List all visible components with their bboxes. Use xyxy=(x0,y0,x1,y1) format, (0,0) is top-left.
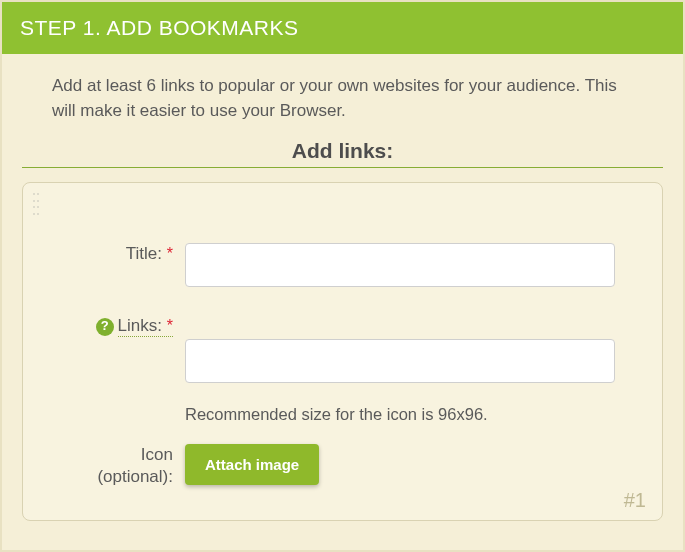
title-input[interactable] xyxy=(185,243,615,287)
links-input[interactable] xyxy=(185,339,615,383)
title-label: Title: xyxy=(126,244,162,263)
bookmark-card: Title: * ?Links: * Recommended size for … xyxy=(22,182,663,521)
step-panel: STEP 1. ADD BOOKMARKS Add at least 6 lin… xyxy=(0,0,685,552)
links-input-col: Recommended size for the icon is 96x96. xyxy=(185,315,640,424)
title-input-col xyxy=(185,243,640,287)
icon-label-line2: (optional): xyxy=(97,467,173,486)
required-marker: * xyxy=(167,317,173,334)
links-label: Links: * xyxy=(118,316,173,337)
required-marker: * xyxy=(167,245,173,262)
help-icon[interactable]: ? xyxy=(96,318,114,336)
section-title: Add links: xyxy=(2,139,683,163)
icon-label-col: Icon (optional): xyxy=(45,444,185,488)
title-label-col: Title: * xyxy=(45,243,185,265)
links-row: ?Links: * Recommended size for the icon … xyxy=(45,315,640,424)
attach-image-button[interactable]: Attach image xyxy=(185,444,319,485)
intro-text: Add at least 6 links to popular or your … xyxy=(2,54,683,133)
step-header: STEP 1. ADD BOOKMARKS xyxy=(2,2,683,54)
icon-input-col: Attach image xyxy=(185,444,640,485)
step-title: STEP 1. ADD BOOKMARKS xyxy=(20,16,299,39)
icon-row: Icon (optional): Attach image xyxy=(45,444,640,488)
divider xyxy=(22,167,663,168)
drag-handle-icon[interactable] xyxy=(33,193,41,217)
icon-label-line1: Icon xyxy=(141,445,173,464)
card-index: #1 xyxy=(624,489,646,512)
links-label-col: ?Links: * xyxy=(45,315,185,337)
title-row: Title: * xyxy=(45,243,640,287)
icon-hint: Recommended size for the icon is 96x96. xyxy=(185,405,640,424)
